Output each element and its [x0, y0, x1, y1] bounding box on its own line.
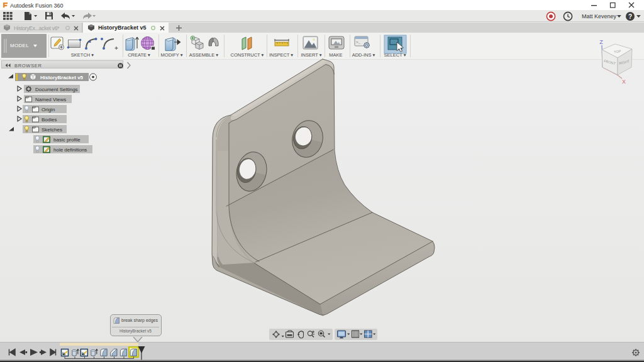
svg-text:Bodies: Bodies [42, 117, 57, 123]
svg-text:X: X [622, 79, 626, 85]
svg-text:Named Views: Named Views [35, 97, 66, 102]
svg-text:basic profile: basic profile [53, 137, 80, 143]
svg-text:Sketches: Sketches [42, 127, 62, 133]
svg-text:Document Settings: Document Settings [35, 87, 78, 92]
svg-text:Origin: Origin [42, 107, 55, 112]
svg-text:Z: Z [599, 39, 603, 45]
svg-text:hole definitions: hole definitions [53, 147, 87, 153]
svg-text:HistoryBracket v5: HistoryBracket v5 [40, 75, 84, 80]
